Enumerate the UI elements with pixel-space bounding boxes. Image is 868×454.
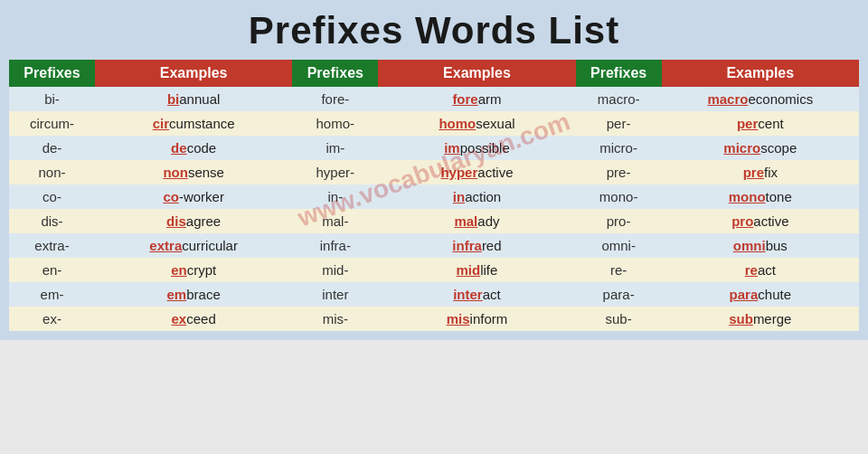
prefix-cell: mono- [576, 184, 662, 209]
table-wrapper: Prefixes Examples Prefixes Examples Pref… [9, 60, 859, 331]
prefix-cell: para- [576, 282, 662, 307]
example-cell: microscope [662, 136, 859, 160]
example-cell: interact [378, 282, 575, 307]
example-cell: extracurricular [95, 233, 292, 258]
prefix-cell: im- [292, 136, 378, 160]
header-examples-2: Examples [378, 60, 575, 87]
prefix-cell: ex- [9, 307, 95, 331]
prefix-cell: de- [9, 136, 95, 160]
table-row: co-co-workerin-inactionmono-monotone [9, 184, 859, 209]
table-row: en-encryptmid-midlifere-react [9, 258, 859, 282]
prefix-cell: infra- [292, 233, 378, 258]
table-row: dis-disagreemal-maladypro-proactive [9, 209, 859, 233]
example-cell: omnibus [662, 233, 859, 258]
prefix-cell: dis- [9, 209, 95, 233]
table-row: de-decodeim-impossiblemicro-microscope [9, 136, 859, 160]
header-prefixes-2: Prefixes [292, 60, 378, 87]
prefix-cell: co- [9, 184, 95, 209]
prefix-cell: non- [9, 160, 95, 184]
example-cell: midlife [378, 258, 575, 282]
prefix-cell: omni- [576, 233, 662, 258]
prefix-cell: extra- [9, 233, 95, 258]
prefix-cell: homo- [292, 111, 378, 136]
prefix-cell: mis- [292, 307, 378, 331]
example-cell: inaction [378, 184, 575, 209]
example-cell: impossible [378, 136, 575, 160]
example-cell: parachute [662, 282, 859, 307]
prefix-cell: inter [292, 282, 378, 307]
prefix-cell: em- [9, 282, 95, 307]
example-cell: infrared [378, 233, 575, 258]
example-cell: encrypt [95, 258, 292, 282]
example-cell: homosexual [378, 111, 575, 136]
example-cell: biannual [95, 87, 292, 111]
header-prefixes-1: Prefixes [9, 60, 95, 87]
example-cell: nonsense [95, 160, 292, 184]
table-row: extra-extracurricularinfra-infraredomni-… [9, 233, 859, 258]
prefix-cell: bi- [9, 87, 95, 111]
example-cell: prefix [662, 160, 859, 184]
prefix-cell: pre- [576, 160, 662, 184]
prefix-cell: en- [9, 258, 95, 282]
prefix-cell: macro- [576, 87, 662, 111]
example-cell: hyperactive [378, 160, 575, 184]
table-header: Prefixes Examples Prefixes Examples Pref… [9, 60, 859, 87]
prefix-cell: circum- [9, 111, 95, 136]
example-cell: embrace [95, 282, 292, 307]
example-cell: macroeconomics [662, 87, 859, 111]
prefix-cell: re- [576, 258, 662, 282]
example-cell: forearm [378, 87, 575, 111]
prefix-cell: in- [292, 184, 378, 209]
example-cell: percent [662, 111, 859, 136]
example-cell: react [662, 258, 859, 282]
prefix-cell: pro- [576, 209, 662, 233]
header-examples-1: Examples [95, 60, 292, 87]
table-row: non-nonsensehyper-hyperactivepre-prefix [9, 160, 859, 184]
prefix-cell: per- [576, 111, 662, 136]
example-cell: misinform [378, 307, 575, 331]
prefix-cell: mal- [292, 209, 378, 233]
example-cell: co-worker [95, 184, 292, 209]
example-cell: monotone [662, 184, 859, 209]
example-cell: circumstance [95, 111, 292, 136]
header-examples-3: Examples [662, 60, 859, 87]
example-cell: decode [95, 136, 292, 160]
example-cell: proactive [662, 209, 859, 233]
table-row: ex-exceedmis-misinformsub-submerge [9, 307, 859, 331]
prefix-cell: fore- [292, 87, 378, 111]
prefix-cell: mid- [292, 258, 378, 282]
table-body: bi-biannualfore-forearmmacro-macroeconom… [9, 87, 859, 331]
example-cell: submerge [662, 307, 859, 331]
table-row: em-embraceinterinteractpara-parachute [9, 282, 859, 307]
prefix-cell: hyper- [292, 160, 378, 184]
prefixes-table: Prefixes Examples Prefixes Examples Pref… [9, 60, 859, 331]
example-cell: malady [378, 209, 575, 233]
prefix-cell: micro- [576, 136, 662, 160]
header-prefixes-3: Prefixes [576, 60, 662, 87]
table-row: circum-circumstancehomo-homosexualper-pe… [9, 111, 859, 136]
example-cell: exceed [95, 307, 292, 331]
page-title: Prefixes Words List [9, 9, 859, 52]
table-row: bi-biannualfore-forearmmacro-macroeconom… [9, 87, 859, 111]
prefix-cell: sub- [576, 307, 662, 331]
example-cell: disagree [95, 209, 292, 233]
